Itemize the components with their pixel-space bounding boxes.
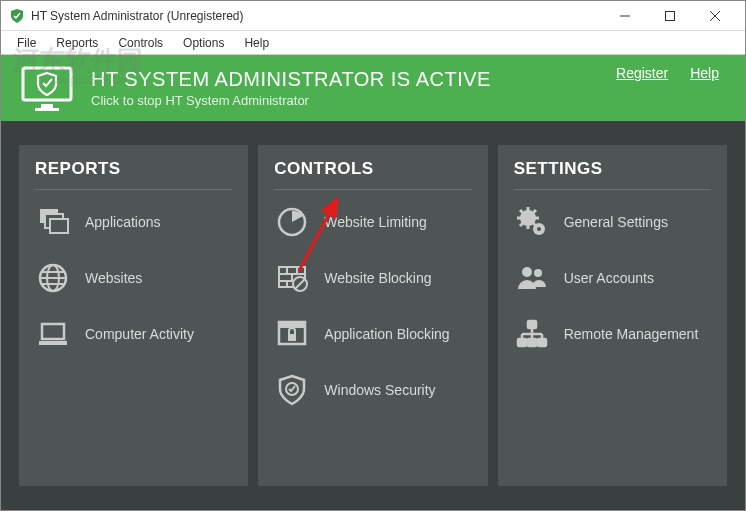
svg-rect-42 — [528, 321, 536, 328]
window-lock-icon — [274, 316, 310, 352]
menu-reports[interactable]: Reports — [46, 34, 108, 52]
clock-icon — [274, 204, 310, 240]
svg-rect-44 — [528, 339, 536, 346]
svg-rect-9 — [50, 219, 68, 233]
label: Websites — [85, 270, 142, 286]
svg-point-35 — [537, 227, 541, 231]
controls-windows-security[interactable]: Windows Security — [274, 362, 471, 418]
settings-remote-management[interactable]: Remote Management — [514, 306, 711, 362]
label: Website Blocking — [324, 270, 431, 286]
window-controls — [602, 2, 737, 30]
reports-websites[interactable]: Websites — [35, 250, 232, 306]
reports-applications[interactable]: Applications — [35, 194, 232, 250]
svg-point-41 — [534, 269, 542, 277]
svg-rect-6 — [35, 108, 59, 111]
settings-general[interactable]: General Settings — [514, 194, 711, 250]
maximize-icon — [665, 11, 675, 21]
label: Computer Activity — [85, 326, 194, 342]
menu-controls[interactable]: Controls — [108, 34, 173, 52]
banner-subtitle: Click to stop HT System Administrator — [91, 93, 616, 108]
applications-icon — [35, 204, 71, 240]
menu-file[interactable]: File — [7, 34, 46, 52]
controls-website-limiting[interactable]: Website Limiting — [274, 194, 471, 250]
svg-rect-45 — [538, 339, 546, 346]
panel-title-controls: CONTROLS — [274, 159, 471, 190]
minimize-icon — [620, 11, 630, 21]
svg-point-40 — [522, 267, 532, 277]
laptop-icon — [35, 316, 71, 352]
globe-icon — [35, 260, 71, 296]
panel-controls: CONTROLS Website Limiting — [258, 145, 487, 486]
main-content: REPORTS Applications Websites Computer A… — [1, 121, 745, 510]
svg-rect-1 — [665, 11, 674, 20]
minimize-button[interactable] — [602, 2, 647, 30]
status-banner[interactable]: HT SYSTEM ADMINISTRATOR IS ACTIVE Click … — [1, 55, 745, 121]
label: Website Limiting — [324, 214, 426, 230]
panel-title-settings: SETTINGS — [514, 159, 711, 190]
banner-title: HT SYSTEM ADMINISTRATOR IS ACTIVE — [91, 68, 616, 91]
titlebar: HT System Administrator (Unregistered) — [1, 1, 745, 31]
maximize-button[interactable] — [647, 2, 692, 30]
menubar: File Reports Controls Options Help — [1, 31, 745, 55]
reports-computer-activity[interactable]: Computer Activity — [35, 306, 232, 362]
network-icon — [514, 316, 550, 352]
shield-check-icon — [274, 372, 310, 408]
panel-title-reports: REPORTS — [35, 159, 232, 190]
svg-rect-15 — [42, 324, 64, 339]
monitor-shield-icon — [19, 64, 75, 112]
svg-rect-16 — [39, 341, 67, 345]
help-link[interactable]: Help — [690, 65, 719, 81]
label: General Settings — [564, 214, 668, 230]
settings-user-accounts[interactable]: User Accounts — [514, 250, 711, 306]
app-shield-icon — [9, 8, 25, 24]
users-icon — [514, 260, 550, 296]
svg-rect-5 — [41, 104, 53, 108]
banner-links: Register Help — [616, 65, 719, 81]
panel-reports: REPORTS Applications Websites Computer A… — [19, 145, 248, 486]
controls-website-blocking[interactable]: Website Blocking — [274, 250, 471, 306]
menu-help[interactable]: Help — [234, 34, 279, 52]
label: Application Blocking — [324, 326, 449, 342]
svg-rect-30 — [288, 334, 296, 341]
close-icon — [710, 11, 720, 21]
controls-application-blocking[interactable]: Application Blocking — [274, 306, 471, 362]
svg-rect-43 — [518, 339, 526, 346]
menu-options[interactable]: Options — [173, 34, 234, 52]
window-title: HT System Administrator (Unregistered) — [31, 9, 602, 23]
firewall-icon — [274, 260, 310, 296]
panel-settings: SETTINGS General Settings — [498, 145, 727, 486]
label: Windows Security — [324, 382, 435, 398]
label: Applications — [85, 214, 161, 230]
gears-icon — [514, 204, 550, 240]
label: Remote Management — [564, 326, 699, 342]
label: User Accounts — [564, 270, 654, 286]
close-button[interactable] — [692, 2, 737, 30]
register-link[interactable]: Register — [616, 65, 668, 81]
banner-text: HT SYSTEM ADMINISTRATOR IS ACTIVE Click … — [91, 68, 616, 108]
